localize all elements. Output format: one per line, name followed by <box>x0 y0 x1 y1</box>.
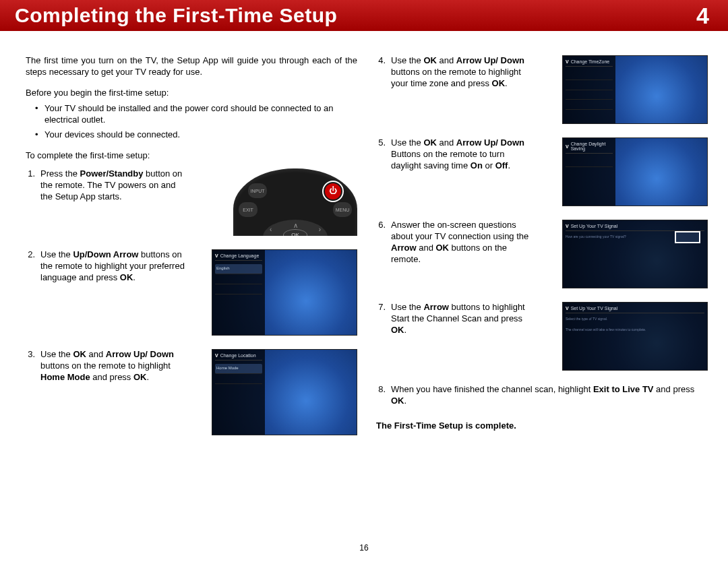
menu-row <box>566 157 613 167</box>
tv-menu-panel: VSet Up Your TV Signal Select the type o… <box>563 303 707 370</box>
panel-helptext: Select the type of TV signal. <box>566 317 704 321</box>
step-image: VChange Location Home Mode <box>191 349 357 435</box>
menu-row <box>566 100 613 110</box>
bullet-item: Your devices should be connected. <box>26 129 357 141</box>
menu-row <box>566 90 613 100</box>
step-text: Press the Power/Standby button on the re… <box>40 168 186 203</box>
tv-location-screen: VChange Location Home Mode <box>212 349 357 435</box>
panel-title: Change Daylight Saving <box>571 142 613 151</box>
tv-language-screen: VChange Language English <box>212 249 357 336</box>
step-6: 6. Answer the on-screen questions about … <box>376 220 708 288</box>
step-number: 7. <box>376 302 386 313</box>
menu-row-selected: Home Mode <box>215 364 262 374</box>
menu-row <box>566 80 613 90</box>
step-number: 3. <box>26 349 35 361</box>
vizio-v-icon: V <box>215 353 218 358</box>
step-text: Answer the on-screen questions about you… <box>391 220 537 266</box>
page-content: The first time you turn on the TV, the S… <box>0 31 728 449</box>
ok-button-icon: OK <box>283 229 307 236</box>
power-button-icon: ⏻ <box>325 183 341 199</box>
menu-row <box>215 284 262 294</box>
step-8: 8. When you have finished the channel sc… <box>376 384 708 407</box>
tv-daylight-screen: VChange Daylight Saving <box>562 137 708 206</box>
step-text: Use the Arrow buttons to highlight Start… <box>391 302 537 336</box>
step-image: VSet Up Your TV Signal How are you conne… <box>542 220 708 288</box>
menu-row-selected: English <box>215 264 262 274</box>
step-4: 4. Use the OK and Arrow Up/ Down buttons… <box>376 55 708 124</box>
tv-menu-panel: VChange Location Home Mode <box>212 350 265 435</box>
bullet-item: Your TV should be installed and the powe… <box>26 103 357 126</box>
vizio-v-icon: V <box>566 59 569 64</box>
step-image: INPUT EXIT MENU ⏻ ∧ ‹ › OK <box>191 168 357 236</box>
closing-statement: The First-Time Setup is complete. <box>376 420 708 432</box>
tv-menu-panel: VChange TimeZone <box>563 56 615 123</box>
intro-paragraph: The first time you turn on the TV, the S… <box>26 55 357 78</box>
right-column: 4. Use the OK and Arrow Up/ Down buttons… <box>376 55 708 449</box>
chapter-number: 4 <box>696 3 709 29</box>
panel-helptext: The channel scan will take a few minutes… <box>566 327 704 332</box>
page-header: Completing the First-Time Setup 4 <box>0 0 728 31</box>
before-lead: Before you begin the first-time setup: <box>26 88 357 99</box>
menu-row <box>215 374 262 384</box>
step-5: 5. Use the OK and Arrow Up/ Down Buttons… <box>376 137 708 206</box>
step-image: VChange Daylight Saving <box>542 137 708 206</box>
step-text: When you have finished the channel scan,… <box>391 384 708 407</box>
input-button-icon: INPUT <box>248 183 267 198</box>
step-number: 2. <box>26 249 35 261</box>
remote-illustration: INPUT EXIT MENU ⏻ ∧ ‹ › OK <box>233 168 357 236</box>
menu-row <box>566 70 613 80</box>
panel-title: Set Up Your TV Signal <box>571 224 618 228</box>
chevron-left-icon: ‹ <box>270 225 272 234</box>
tv-menu-panel: VChange Daylight Saving <box>563 138 615 206</box>
step-1: 1. Press the Power/Standby button on the… <box>26 168 357 236</box>
step-number: 4. <box>376 55 386 67</box>
step-image: VSet Up Your TV Signal Select the type o… <box>542 302 708 371</box>
tv-menu-panel: VChange Language English <box>212 250 265 335</box>
panel-title: Change TimeZone <box>571 59 610 64</box>
chevron-right-icon: › <box>319 225 321 234</box>
selection-highlight <box>675 231 700 243</box>
step-image: VChange TimeZone <box>542 55 708 124</box>
tv-timezone-screen: VChange TimeZone <box>562 55 708 124</box>
before-bullets: Your TV should be installed and the powe… <box>26 103 357 142</box>
vizio-v-icon: V <box>215 253 218 258</box>
vizio-v-icon: V <box>566 306 569 311</box>
dpad-icon: ∧ ‹ › OK <box>263 220 328 236</box>
step-3: 3. Use the OK and Arrow Up/ Down buttons… <box>26 349 357 435</box>
step-2: 2. Use the Up/Down Arrow buttons on the … <box>26 249 357 336</box>
step-7: 7. Use the Arrow buttons to highlight St… <box>376 302 708 371</box>
step-text: Use the Up/Down Arrow buttons on the rem… <box>40 249 186 284</box>
panel-title: Change Location <box>220 353 256 358</box>
step-text: Use the OK and Arrow Up/ Down buttons on… <box>40 349 186 383</box>
step-number: 8. <box>376 384 386 396</box>
chevron-up-icon: ∧ <box>293 221 298 230</box>
exit-button-icon: EXIT <box>239 202 257 217</box>
step-number: 5. <box>376 137 386 149</box>
step-number: 6. <box>376 220 386 231</box>
step-number: 1. <box>26 168 35 180</box>
tv-menu-panel: VSet Up Your TV Signal How are you conne… <box>563 220 707 288</box>
panel-title: Set Up Your TV Signal <box>571 306 618 311</box>
page-number: 16 <box>359 543 368 553</box>
step-text: Use the OK and Arrow Up/ Down buttons on… <box>391 55 537 90</box>
step-image: VChange Language English <box>191 249 357 336</box>
vizio-v-icon: V <box>566 224 569 228</box>
menu-button-icon: MENU <box>333 202 352 217</box>
tv-scan-screen: VSet Up Your TV Signal Select the type o… <box>562 302 708 371</box>
vizio-v-icon: V <box>566 144 569 149</box>
menu-row <box>215 274 262 284</box>
left-column: The first time you turn on the TV, the S… <box>26 55 357 449</box>
complete-lead: To complete the first-time setup: <box>26 150 357 162</box>
page-title: Completing the First-Time Setup <box>15 4 696 27</box>
step-text: Use the OK and Arrow Up/ Down Buttons on… <box>391 137 537 172</box>
panel-title: Change Language <box>220 253 260 258</box>
tv-signal-screen: VSet Up Your TV Signal How are you conne… <box>562 220 708 288</box>
